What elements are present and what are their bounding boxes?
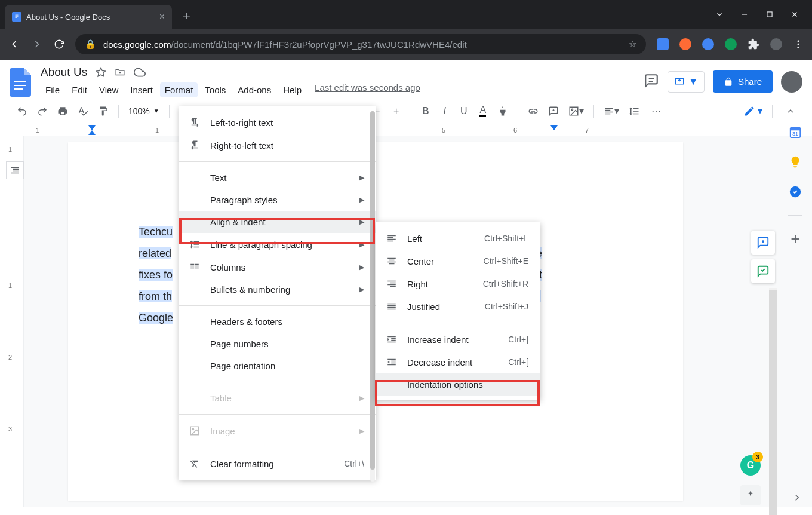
italic-button[interactable]: I xyxy=(436,102,453,120)
extensions-puzzle-icon[interactable] xyxy=(748,38,759,50)
menu-bullets-numbering[interactable]: Bullets & numbering▶ xyxy=(179,278,376,301)
menu-align-indent[interactable]: Align & indent▶ xyxy=(179,211,376,233)
zoom-select[interactable]: 100% ▼ xyxy=(125,106,163,116)
indent-marker-bottom[interactable] xyxy=(88,130,96,135)
share-button[interactable]: Share xyxy=(713,70,773,93)
menu-ltr-text[interactable]: Left-to-right text xyxy=(179,111,376,134)
keep-icon[interactable] xyxy=(789,155,802,168)
chevron-down-icon[interactable] xyxy=(715,10,724,19)
menu-indentation-options[interactable]: Indentation options xyxy=(376,373,540,396)
highlight-button[interactable] xyxy=(494,102,512,120)
menu-headers-footers[interactable]: Headers & footers xyxy=(179,311,376,333)
menu-align-justified[interactable]: JustifiedCtrl+Shift+J xyxy=(376,295,540,318)
editing-mode-button[interactable]: ▾ xyxy=(743,105,762,117)
menu-file[interactable]: File xyxy=(41,82,64,97)
svg-rect-2 xyxy=(16,17,17,18)
comment-history-icon[interactable] xyxy=(644,73,659,91)
extension-icon[interactable] xyxy=(702,38,714,50)
text-color-button[interactable]: A xyxy=(475,101,491,121)
menu-clear-formatting[interactable]: Clear formattingCtrl+\ xyxy=(179,452,376,475)
menu-paragraph-styles[interactable]: Paragraph styles▶ xyxy=(179,189,376,211)
reload-button[interactable] xyxy=(54,39,64,50)
align-button[interactable]: ▾ xyxy=(600,102,623,120)
menu-edit[interactable]: Edit xyxy=(67,82,92,97)
profile-avatar[interactable] xyxy=(770,38,782,50)
browser-url-bar: 🔒 docs.google.com/document/d/1bqPW7lF1fH… xyxy=(0,29,812,60)
paint-format-button[interactable] xyxy=(94,102,112,120)
menu-columns[interactable]: Columns▶ xyxy=(179,256,376,278)
maximize-icon[interactable] xyxy=(765,10,774,19)
chrome-menu-icon[interactable] xyxy=(793,39,804,50)
right-indent-marker[interactable] xyxy=(550,125,558,130)
extension-icon[interactable] xyxy=(679,38,691,50)
extension-icon[interactable] xyxy=(725,38,737,50)
cloud-status-icon[interactable] xyxy=(134,66,146,78)
menu-align-center[interactable]: CenterCtrl+Shift+E xyxy=(376,250,540,272)
menu-align-left[interactable]: LeftCtrl+Shift+L xyxy=(376,227,540,250)
calendar-icon[interactable]: 31 xyxy=(789,125,802,139)
minimize-icon[interactable] xyxy=(740,10,749,19)
line-spacing-button[interactable] xyxy=(625,102,643,120)
account-avatar[interactable] xyxy=(781,71,802,93)
page-scrollbar[interactable] xyxy=(769,288,777,515)
back-button[interactable] xyxy=(8,38,20,50)
show-side-panel-button[interactable] xyxy=(792,492,802,505)
menu-decrease-indent[interactable]: Decrease indentCtrl+[ xyxy=(376,351,540,373)
more-toolbar-button[interactable]: ⋯ xyxy=(648,102,665,120)
add-comment-button[interactable] xyxy=(751,231,775,255)
horizontal-ruler[interactable]: 1 1 2 3 4 5 6 7 xyxy=(24,124,812,136)
insert-link-button[interactable] xyxy=(524,102,542,120)
close-tab-icon[interactable]: × xyxy=(159,11,165,22)
menu-format[interactable]: Format xyxy=(160,82,198,97)
last-edit-link[interactable]: Last edit was seconds ago xyxy=(315,82,420,97)
document-title[interactable]: About Us xyxy=(41,66,87,79)
bold-button[interactable]: B xyxy=(417,102,434,120)
insert-image-button[interactable]: ▾ xyxy=(565,102,588,120)
print-button[interactable] xyxy=(54,102,72,120)
grammarly-badge[interactable]: G3 xyxy=(740,455,761,476)
add-addon-icon[interactable] xyxy=(789,232,802,246)
move-icon[interactable] xyxy=(115,67,125,78)
extension-icons xyxy=(657,38,804,50)
menu-table: Table▶ xyxy=(179,387,376,409)
menu-page-orientation[interactable]: Page orientation xyxy=(179,355,376,377)
close-window-icon[interactable] xyxy=(791,10,799,19)
new-tab-button[interactable]: + xyxy=(183,8,190,24)
menu-rtl-text[interactable]: Right-to-left text xyxy=(179,134,376,157)
menu-align-right[interactable]: RightCtrl+Shift+R xyxy=(376,272,540,295)
browser-tab-strip: About Us - Google Docs × + xyxy=(0,0,812,29)
menu-addons[interactable]: Add-ons xyxy=(233,82,276,97)
document-outline-button[interactable] xyxy=(6,161,24,179)
margin-actions xyxy=(751,231,775,283)
extension-icon[interactable] xyxy=(657,38,669,50)
redo-button[interactable] xyxy=(33,102,51,120)
star-icon[interactable] xyxy=(96,67,106,78)
present-button[interactable]: ▼ xyxy=(668,71,705,93)
spellcheck-button[interactable] xyxy=(74,102,92,120)
menu-increase-indent[interactable]: Increase indentCtrl+] xyxy=(376,328,540,351)
browser-tab[interactable]: About Us - Google Docs × xyxy=(5,5,172,29)
menu-page-numbers[interactable]: Page numbers xyxy=(179,333,376,355)
docs-logo[interactable] xyxy=(10,66,33,98)
tasks-icon[interactable] xyxy=(789,185,802,198)
menu-insert[interactable]: Insert xyxy=(125,82,158,97)
underline-button[interactable]: U xyxy=(456,102,472,120)
svg-point-30 xyxy=(192,428,193,430)
forward-button[interactable] xyxy=(31,38,43,50)
menu-view[interactable]: View xyxy=(94,82,123,97)
menu-tools[interactable]: Tools xyxy=(200,82,230,97)
font-size-increase[interactable]: + xyxy=(388,102,405,120)
svg-point-8 xyxy=(798,44,799,45)
bookmark-star-icon[interactable]: ☆ xyxy=(629,39,636,50)
menu-line-spacing[interactable]: Line & paragraph spacing▶ xyxy=(179,233,376,256)
menu-help[interactable]: Help xyxy=(278,82,306,97)
indent-marker-top[interactable] xyxy=(88,125,96,130)
address-bar[interactable]: 🔒 docs.google.com/document/d/1bqPW7lF1fH… xyxy=(75,34,646,54)
vertical-ruler[interactable]: 1 1 2 3 xyxy=(0,136,24,507)
explore-button[interactable] xyxy=(740,485,761,505)
insert-comment-button[interactable] xyxy=(545,102,562,120)
undo-button[interactable] xyxy=(13,102,31,120)
menu-text[interactable]: Text▶ xyxy=(179,167,376,189)
menu-scrollbar[interactable] xyxy=(370,111,375,482)
suggest-edits-button[interactable] xyxy=(751,259,775,283)
